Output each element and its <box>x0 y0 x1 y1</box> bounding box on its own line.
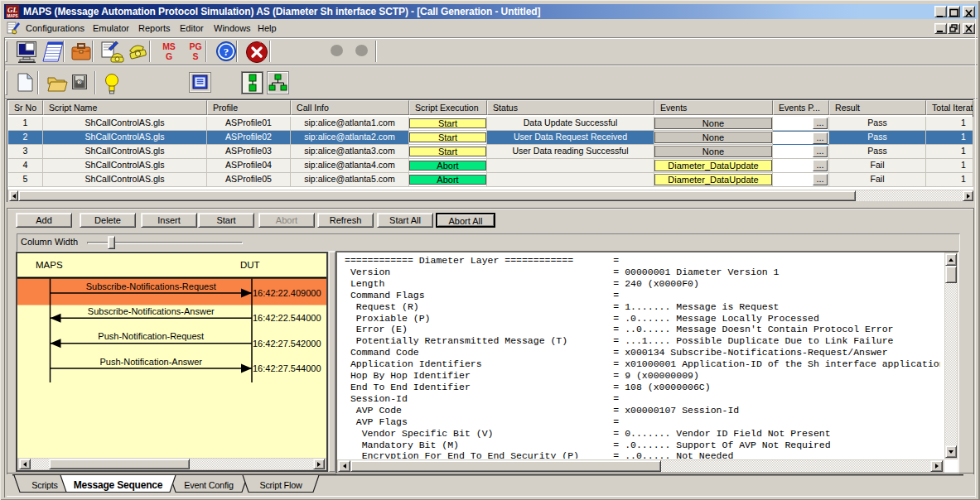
svg-text:16:42:22.544000: 16:42:22.544000 <box>253 313 321 323</box>
svg-text:?: ? <box>78 79 81 85</box>
svg-text:GL: GL <box>7 6 17 14</box>
svg-text:Scripts: Scripts <box>31 480 58 490</box>
svg-text:16:42:27.544000: 16:42:27.544000 <box>253 363 321 373</box>
svg-text:MAPS: MAPS <box>36 260 63 270</box>
svg-text:Subscribe-Notifications-Reques: Subscribe-Notifications-Request <box>86 281 216 291</box>
svg-text:MAPS: MAPS <box>7 14 17 18</box>
svg-text:?: ? <box>224 46 229 58</box>
svg-text:16:42:22.409000: 16:42:22.409000 <box>253 288 321 298</box>
svg-text:Push-Notification-Answer: Push-Notification-Answer <box>100 357 203 367</box>
svg-text:Message Sequence: Message Sequence <box>74 479 163 491</box>
svg-text:16:42:27.542000: 16:42:27.542000 <box>253 339 321 349</box>
svg-text:Subscribe-Notifications-Answer: Subscribe-Notifications-Answer <box>88 306 215 316</box>
svg-text:Script Flow: Script Flow <box>259 480 302 490</box>
svg-text:Event Config: Event Config <box>184 480 234 490</box>
svg-text:Push-Notification-Request: Push-Notification-Request <box>98 331 204 341</box>
svg-text:DUT: DUT <box>240 260 260 270</box>
